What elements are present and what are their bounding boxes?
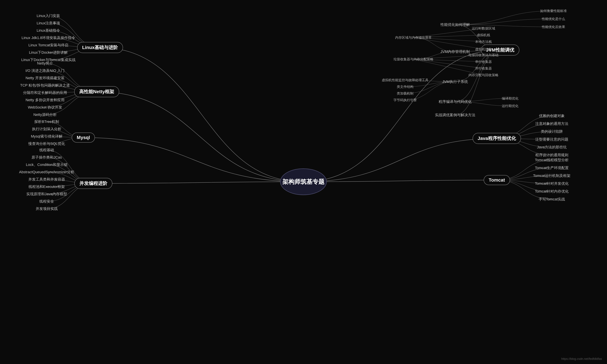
node-label: Linux下Docker进阶讲解: [29, 50, 68, 55]
node-label: Tomcat针对内存优化: [535, 189, 569, 194]
node: 程序设计的通用规则: [535, 153, 568, 157]
node-label: 优雅的创建对象: [539, 113, 565, 118]
node: 虚拟机对象: [475, 47, 492, 52]
node-label: Linux注意事项: [37, 21, 60, 26]
node-label: JVM执行子系统: [442, 79, 468, 84]
node: 实现原理和Java内存模型: [26, 192, 67, 196]
node-label: 程序编译与代码优化: [439, 99, 472, 104]
node-label: 类加载机制: [397, 91, 413, 96]
node-label: Tomcat生产环境配置: [535, 165, 569, 170]
node: 线程安全: [39, 199, 54, 204]
center-label: 架构师筑基专题: [280, 169, 327, 195]
node-label: AbstractQueuedSynchronizer分析: [19, 169, 74, 175]
node-label: Lock、Condition和显示锁: [26, 162, 67, 167]
node-label: JVM内存管理机制: [440, 49, 470, 54]
node-label: Mysql索引优化详解: [31, 134, 62, 139]
node-label: Netty简介: [37, 61, 53, 66]
node-label: Tomcat运行机制及框架: [533, 173, 571, 178]
node-label: Linux基础与进阶: [77, 42, 123, 53]
node-label: 串行收集器: [475, 60, 492, 64]
node-label: Linux基础指令: [37, 28, 60, 33]
node: 运行期优化: [502, 104, 518, 108]
node: 垃圾回收算法与基础: [468, 53, 498, 57]
node-label: TCP 粘包/拆包问题的解决之道: [20, 83, 70, 88]
node-label: Mysql: [72, 132, 95, 143]
node-label: 程序设计的通用规则: [535, 153, 568, 157]
node-label: 性能优化后效果: [542, 25, 565, 29]
node-label: 线程池和Executor框架: [28, 184, 65, 189]
node-label: 内存区域与内存溢出异常: [395, 35, 432, 40]
node: 运行时数据区域: [472, 26, 495, 31]
node-label: Java方法的那些坑: [537, 145, 567, 150]
node: Linux下Docker进阶讲解: [29, 50, 68, 55]
node: 慢查询分析与SQL优化: [28, 141, 65, 146]
node-label: 虚拟机性能监控与故障处理工具: [382, 78, 428, 82]
node: Mysql索引优化详解: [31, 134, 62, 139]
node-label: 并发工具类和并发容器: [28, 177, 65, 182]
node: Linux注意事项: [37, 21, 60, 26]
node: Lock、Condition和显示锁: [26, 162, 67, 167]
node-label: Netty源码分析: [33, 112, 56, 117]
node: 执行计划深入分析: [32, 127, 61, 131]
node-label: Tomcat线程模型分析: [535, 157, 569, 163]
node: 如何衡量性能标准: [540, 9, 567, 13]
node-label: 性能优化如何理解: [440, 22, 470, 27]
node: Netty 多协议开发和应用: [26, 98, 64, 103]
node-label: 线程安全: [39, 199, 54, 204]
node-label: 虚拟机栈: [477, 33, 490, 37]
node: 并发编程进阶: [74, 178, 112, 189]
node: 并发项目实战: [36, 206, 58, 211]
node-label: 实现原理和Java内存模型: [26, 192, 67, 196]
node-label: 高性能Netty框架: [74, 86, 119, 97]
node-label: 虚拟机对象: [475, 47, 492, 52]
node: 虚拟机性能监控与故障处理工具: [382, 78, 428, 82]
node: 编译期优化: [502, 96, 518, 101]
node: Tomcat针对并发优化: [535, 181, 569, 186]
node: I/O 演进之路及NIO 入门: [26, 68, 65, 73]
node: 类的设计陷阱: [541, 129, 563, 134]
node-label: 手写Tomcat实战: [539, 197, 565, 202]
node: 高性能Netty框架: [74, 86, 119, 97]
node: 串行收集器: [475, 60, 492, 64]
node-label: 执行计划深入分析: [32, 127, 61, 131]
node-label: 垃圾回收算法与基础: [468, 53, 498, 57]
node-label: 分隔符和定长解码器的应用: [23, 90, 67, 95]
node-label: 性能优化是什么: [542, 17, 565, 21]
node-label: 并行收集器: [475, 66, 492, 71]
node-label: 慢查询分析与SQL优化: [28, 141, 65, 146]
node-label: 类的设计陷阱: [541, 129, 563, 134]
node: 内存分配与回收策略: [468, 73, 498, 77]
node: 原子操作类和JCas: [31, 155, 62, 160]
node: Tomcat: [484, 175, 510, 185]
node-label: 运行期优化: [502, 104, 518, 108]
node-label: 实战调优案例与解决方法: [435, 113, 475, 117]
node-label: 并发编程进阶: [74, 178, 112, 189]
url-text: https://blog.csdn.net/fedfdldfas: [561, 357, 602, 361]
node-label: 本地方法栈: [475, 39, 492, 44]
node-label: Netty 多协议开发和应用: [26, 98, 64, 103]
node-label: Linux入门安装: [37, 13, 60, 18]
node: 垃圾收集器与内存分配策略: [393, 57, 433, 62]
node: TCP 粘包/拆包问题的解决之道: [20, 83, 70, 88]
node-label: 字节码执行引擎: [393, 98, 417, 102]
node-label: 垃圾收集器与内存分配策略: [393, 57, 433, 62]
node: 字节码执行引擎: [393, 98, 417, 102]
node: 性能优化是什么: [542, 17, 565, 21]
node-label: 并发项目实战: [36, 206, 58, 211]
node: 并行收集器: [475, 66, 492, 71]
node: WebSocket 协议开发: [28, 105, 62, 110]
node: Java方法的那些坑: [537, 145, 567, 150]
node: 探析BTree机制: [34, 119, 59, 124]
node-label: 线程基础: [39, 148, 54, 153]
node: 虚拟机栈: [477, 33, 490, 37]
node-label: Tomcat: [484, 175, 510, 185]
center-node: 架构师筑基专题: [280, 169, 327, 195]
node-label: 编译期优化: [502, 96, 518, 101]
node-label: 泛型需要注意的问题: [535, 137, 568, 142]
node: Tomcat运行机制及框架: [533, 173, 571, 178]
node-label: 类文件结构: [397, 85, 413, 89]
node-label: Linux Jdk1.8环境安装及操作指令: [22, 35, 75, 40]
node: Linux Jdk1.8环境安装及操作指令: [22, 35, 75, 40]
node-label: Tomcat针对并发优化: [535, 181, 569, 186]
node: 性能优化如何理解: [440, 22, 470, 27]
